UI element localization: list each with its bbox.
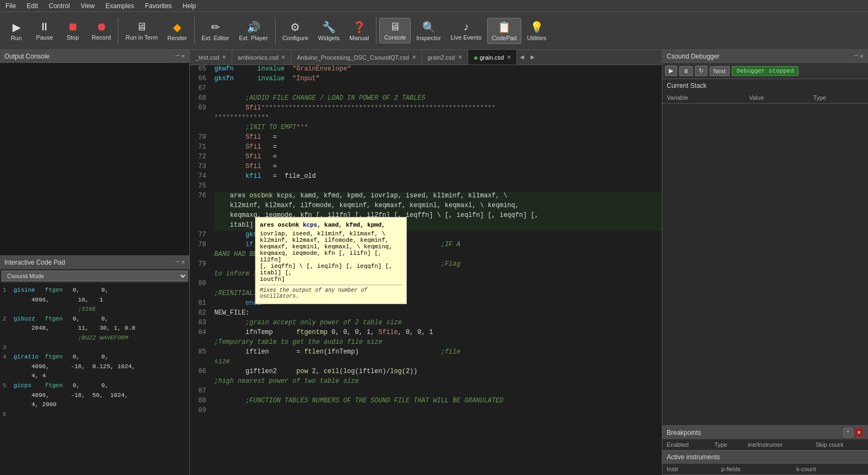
codepad-button[interactable]: 📋 CodePad bbox=[487, 18, 522, 44]
manual-label: Manual bbox=[349, 35, 369, 41]
debug-next-button[interactable]: Next bbox=[710, 66, 730, 76]
editor-line-83: 83 ;grain accept only power of 2 table s… bbox=[190, 319, 662, 329]
list-item: ;SINE bbox=[3, 305, 187, 314]
output-console-close-icon[interactable]: ✕ bbox=[181, 52, 185, 60]
menu-file[interactable]: File bbox=[0, 2, 21, 10]
tab-grain-dot: ● bbox=[474, 53, 478, 62]
tab-grain2[interactable]: grain2.csd ✕ bbox=[422, 50, 468, 65]
output-console: Output Console ─ ✕ bbox=[0, 50, 189, 256]
list-item: 5 gicps ftgen 0, 0, bbox=[3, 381, 187, 391]
stack-col-value: Value bbox=[745, 92, 809, 104]
tab-test-csd-label: _test.csd bbox=[195, 54, 219, 61]
breakpoints-delete-icon[interactable]: ✕ bbox=[854, 428, 864, 437]
sep4 bbox=[376, 17, 376, 44]
editor-line-85: 85 iftlen = ftlen(ifnTemp) ;file bbox=[190, 348, 662, 358]
debug-play-button[interactable]: ▶ bbox=[665, 66, 677, 76]
bp-col-type: Type bbox=[710, 439, 744, 451]
ext-editor-button[interactable]: ✏ Ext. Editor bbox=[197, 18, 234, 43]
editor-line-69: 69 Sfil*********************************… bbox=[190, 104, 662, 114]
pause-label: Pause bbox=[36, 34, 53, 41]
debugger-header: Csound Debugger ─ ✕ bbox=[662, 50, 868, 63]
list-item: 3 bbox=[3, 343, 187, 353]
editor-line-65: 65 gkwfn invalue "GrainEnvelope" bbox=[190, 65, 662, 75]
configure-button[interactable]: ⚙ Configure bbox=[278, 18, 313, 43]
tab-ambisonics[interactable]: ambisonics.csd ✕ bbox=[232, 50, 291, 65]
breakpoints-add-icon[interactable]: + bbox=[844, 428, 853, 437]
csound-mode-select[interactable]: Csound Mode bbox=[2, 271, 188, 281]
tab-grain[interactable]: ● grain.csd ✕ bbox=[468, 50, 517, 65]
tab-arduino[interactable]: Arduino_Processing_OSC_CsoundQT.csd ✕ bbox=[291, 50, 422, 65]
ext-editor-icon: ✏ bbox=[211, 21, 220, 34]
output-console-content bbox=[0, 63, 189, 255]
debug-refresh-button[interactable]: ↻ bbox=[695, 66, 707, 76]
debugger-status: Debugger stopped bbox=[732, 66, 799, 76]
ai-header: Active instruments bbox=[662, 451, 868, 464]
stop-icon: ⏹ bbox=[67, 21, 78, 33]
pad-min-icon[interactable]: ─ bbox=[176, 258, 180, 266]
current-stack-section: Current Stack Variable Value Type bbox=[662, 79, 868, 425]
toolbar: ▶ Run ⏸ Pause ⏹ Stop ⏺ Record 🖥 Run in T… bbox=[0, 12, 868, 50]
ai-col-instr: Instr bbox=[662, 464, 717, 475]
console-label: Console bbox=[384, 34, 406, 41]
console-icon: 🖥 bbox=[390, 21, 400, 33]
widgets-label: Widgets bbox=[318, 35, 340, 41]
live-events-button[interactable]: ♪ Live Events bbox=[446, 18, 486, 43]
editor-line-74: 74 kfil = file_old bbox=[190, 172, 662, 182]
debugger-min-icon[interactable]: ─ bbox=[854, 52, 858, 60]
tab-grain-close[interactable]: ✕ bbox=[507, 54, 511, 60]
list-item: 2 gibuzz ftgen 0, 0, bbox=[3, 314, 187, 324]
ai-col-pfields: p-fields bbox=[717, 464, 792, 475]
run-label: Run bbox=[11, 35, 22, 41]
stack-header: Current Stack bbox=[662, 79, 868, 92]
render-button[interactable]: ◆ Render bbox=[163, 18, 192, 43]
left-panel: Output Console ─ ✕ Interactive Code Pad … bbox=[0, 50, 190, 475]
menu-view[interactable]: View bbox=[75, 2, 100, 10]
pad-close-icon[interactable]: ✕ bbox=[181, 258, 185, 266]
widgets-button[interactable]: 🔧 Widgets bbox=[314, 18, 344, 43]
editor-panel: _test.csd ✕ ambisonics.csd ✕ Arduino_Pro… bbox=[190, 50, 662, 475]
tab-nav-right[interactable]: ▶ bbox=[527, 51, 538, 63]
editor-line-87: 87 bbox=[190, 387, 662, 397]
tab-ambisonics-close[interactable]: ✕ bbox=[281, 54, 285, 60]
pad-code-area: 1 gisine ftgen 0, 0, 4096, 10, 1 ;SINE bbox=[0, 283, 189, 475]
tab-test-csd[interactable]: _test.csd ✕ bbox=[190, 50, 232, 65]
console-button[interactable]: 🖥 Console bbox=[379, 18, 411, 43]
menu-edit[interactable]: Edit bbox=[21, 2, 43, 10]
debug-pause-button[interactable]: ⏸ bbox=[679, 66, 693, 76]
tab-nav-left[interactable]: ◀ bbox=[517, 51, 527, 63]
codepad-icon: 📋 bbox=[497, 21, 511, 34]
tooltip-line3: kl2minf, kl2maxf, ilfomode, keqminf, bbox=[260, 237, 402, 243]
pause-button[interactable]: ⏸ Pause bbox=[31, 18, 58, 43]
run-button[interactable]: ▶ Run bbox=[3, 18, 30, 43]
bp-col-enabled: Enabled bbox=[662, 439, 710, 451]
codepad-label: CodePad bbox=[492, 35, 517, 41]
tab-arduino-close[interactable]: ✕ bbox=[412, 54, 416, 60]
list-item: 2048, 11, 30, 1, 0.8 bbox=[3, 324, 187, 333]
menu-examples[interactable]: Examples bbox=[100, 2, 140, 10]
output-console-min-icon[interactable]: ─ bbox=[176, 52, 180, 60]
manual-button[interactable]: ❓ Manual bbox=[345, 18, 373, 43]
run-in-term-button[interactable]: 🖥 Run in Term bbox=[121, 18, 162, 43]
stop-button[interactable]: ⏹ Stop bbox=[59, 18, 86, 43]
menu-control[interactable]: Control bbox=[43, 2, 75, 10]
menu-help[interactable]: Help bbox=[177, 2, 202, 10]
active-instruments-section: Active instruments Instr p-fields k-coun… bbox=[662, 451, 868, 475]
code-editor[interactable]: 65 gkwfn invalue "GrainEnvelope" 66 gksf… bbox=[190, 65, 662, 475]
run-in-term-label: Run in Term bbox=[125, 34, 157, 41]
stack-col-type: Type bbox=[809, 92, 868, 104]
stack-table: Variable Value Type bbox=[662, 92, 868, 104]
ext-player-button[interactable]: 🔊 Ext. Player bbox=[234, 18, 272, 43]
inspector-icon: 🔍 bbox=[422, 21, 436, 34]
editor-line-86: 86 giftlen2 pow 2, ceil(log(iftlen)/log(… bbox=[190, 368, 662, 377]
editor-line-72: 72 Sfil = bbox=[190, 153, 662, 163]
inspector-button[interactable]: 🔍 Inspector bbox=[412, 18, 445, 43]
debugger-close-icon[interactable]: ✕ bbox=[860, 52, 864, 60]
breakpoints-title: Breakpoints bbox=[667, 429, 701, 437]
editor-line-67: 67 bbox=[190, 85, 662, 94]
record-button[interactable]: ⏺ Record bbox=[87, 18, 115, 43]
editor-line-86b: ;high nearest power of two table size bbox=[190, 377, 662, 387]
menu-favorites[interactable]: Favorites bbox=[139, 2, 177, 10]
tab-test-csd-close[interactable]: ✕ bbox=[222, 54, 226, 60]
utilities-button[interactable]: 💡 Utilities bbox=[522, 18, 550, 43]
tab-grain2-close[interactable]: ✕ bbox=[458, 54, 462, 60]
